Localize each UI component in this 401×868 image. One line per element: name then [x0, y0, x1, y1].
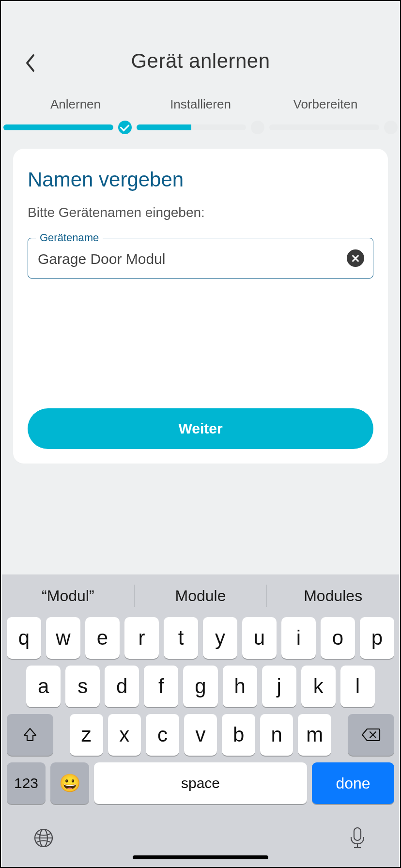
key-row-2: a s d f g h j k l: [2, 666, 399, 714]
key-z[interactable]: z: [70, 714, 103, 756]
suggestion-1[interactable]: “Modul”: [2, 587, 134, 605]
stepper-bars: [1, 121, 400, 149]
progress-bar-1: [3, 124, 113, 130]
key-d[interactable]: d: [105, 666, 139, 707]
mic-button[interactable]: [345, 825, 370, 851]
suggestion-3[interactable]: Modules: [267, 587, 399, 605]
globe-button[interactable]: [31, 825, 56, 851]
step-label-3: Vorbereiten: [263, 97, 388, 112]
key-g[interactable]: g: [183, 666, 217, 707]
shift-icon: [22, 727, 38, 743]
key-row-4: 123 😀 space done: [2, 762, 399, 814]
home-indicator[interactable]: [133, 855, 268, 859]
key-emoji[interactable]: 😀: [50, 762, 89, 804]
key-r[interactable]: r: [124, 617, 159, 659]
progress-bar-3: [269, 124, 379, 130]
suggestion-bar: “Modul” Module Modules: [2, 574, 399, 617]
key-123[interactable]: 123: [7, 762, 46, 804]
step-dot-3: [384, 121, 398, 134]
card-subtitle: Bitte Gerätenamen eingeben:: [28, 205, 373, 220]
device-name-input[interactable]: [38, 251, 363, 267]
key-w[interactable]: w: [46, 617, 80, 659]
keyboard-bottom-bar: [2, 814, 399, 867]
content-card: Namen vergeben Bitte Gerätenamen eingebe…: [13, 149, 388, 464]
key-q[interactable]: q: [7, 617, 41, 659]
card-title: Namen vergeben: [28, 168, 373, 191]
key-j[interactable]: j: [262, 666, 296, 707]
key-k[interactable]: k: [301, 666, 336, 707]
step-dot-1-complete: [118, 121, 132, 134]
field-label: Gerätename: [36, 232, 103, 244]
clear-input-button[interactable]: [347, 249, 364, 267]
suggestion-2[interactable]: Module: [135, 587, 267, 605]
globe-icon: [33, 827, 54, 849]
step-dot-2: [251, 121, 264, 134]
key-e[interactable]: e: [85, 617, 120, 659]
page-title: Gerät anlernen: [15, 49, 386, 73]
key-c[interactable]: c: [146, 714, 179, 756]
key-space[interactable]: space: [94, 762, 307, 804]
key-p[interactable]: p: [360, 617, 394, 659]
stepper: Anlernen Installieren Vorbereiten: [1, 73, 400, 121]
key-t[interactable]: t: [164, 617, 198, 659]
step-label-1: Anlernen: [13, 97, 138, 112]
key-i[interactable]: i: [281, 617, 316, 659]
key-row-3: z x c v b n m: [2, 714, 399, 762]
key-done[interactable]: done: [312, 762, 394, 804]
key-s[interactable]: s: [65, 666, 100, 707]
key-y[interactable]: y: [203, 617, 237, 659]
key-x[interactable]: x: [108, 714, 141, 756]
key-b[interactable]: b: [222, 714, 255, 756]
svg-rect-5: [354, 828, 361, 840]
continue-button[interactable]: Weiter: [28, 408, 373, 449]
key-m[interactable]: m: [298, 714, 331, 756]
progress-bar-2: [137, 124, 247, 130]
key-shift[interactable]: [7, 714, 53, 756]
chevron-left-icon: [25, 54, 35, 72]
key-l[interactable]: l: [340, 666, 375, 707]
backspace-icon: [361, 728, 381, 742]
keyboard: “Modul” Module Modules q w e r t y u i o…: [2, 574, 399, 867]
key-f[interactable]: f: [144, 666, 178, 707]
key-v[interactable]: v: [184, 714, 217, 756]
key-backspace[interactable]: [348, 714, 394, 756]
emoji-icon: 😀: [59, 773, 81, 793]
back-button[interactable]: [20, 53, 40, 73]
key-u[interactable]: u: [242, 617, 277, 659]
key-h[interactable]: h: [223, 666, 257, 707]
device-name-field[interactable]: Gerätename: [28, 238, 373, 279]
key-o[interactable]: o: [321, 617, 355, 659]
key-a[interactable]: a: [26, 666, 61, 707]
step-label-2: Installieren: [138, 97, 263, 112]
key-n[interactable]: n: [260, 714, 293, 756]
mic-icon: [349, 826, 366, 850]
key-row-1: q w e r t y u i o p: [2, 617, 399, 666]
